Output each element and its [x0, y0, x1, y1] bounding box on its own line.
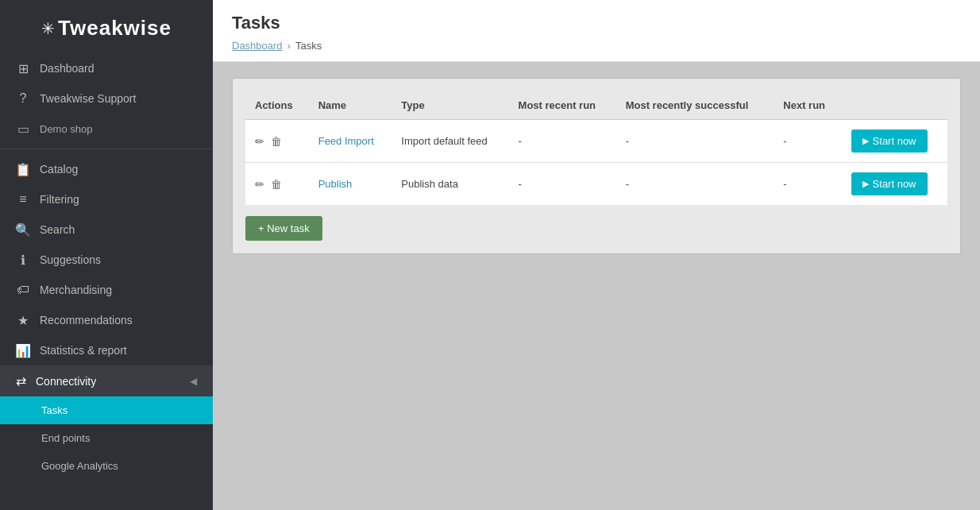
tag-icon: 🏷	[16, 283, 30, 297]
table-row: ✏ 🗑 Feed Import Import default feed - - …	[245, 120, 947, 163]
sidebar-item-search-label: Search	[40, 223, 75, 236]
col-most-recent-run: Most recent run	[509, 91, 616, 120]
start-now-label-1: Start now	[873, 135, 916, 147]
edit-icon[interactable]: ✏	[255, 135, 264, 148]
page-header: Tasks Dashboard › Tasks	[213, 0, 980, 62]
question-icon: ?	[16, 91, 30, 106]
tasks-label: Tasks	[41, 404, 68, 416]
logo-sun-icon: ✳	[41, 19, 55, 38]
col-action-btn	[842, 91, 947, 120]
sidebar-item-dashboard[interactable]: ⊞ Dashboard	[0, 53, 213, 83]
sidebar-item-filtering-label: Filtering	[40, 193, 79, 206]
play-icon: ▶	[862, 136, 869, 146]
row2-next-run: -	[774, 163, 841, 206]
start-now-button-1[interactable]: ▶ Start now	[851, 129, 928, 153]
breadcrumb: Dashboard › Tasks	[232, 40, 961, 52]
sidebar-logo: ✳ Tweakwise	[0, 0, 213, 53]
breadcrumb-current: Tasks	[295, 40, 322, 52]
table-row: ✏ 🗑 Publish Publish data - - -	[245, 163, 947, 206]
main-content: Tasks Dashboard › Tasks Actions Name Typ…	[213, 0, 980, 510]
nav-divider	[0, 149, 213, 149]
row1-next-run: -	[774, 120, 841, 163]
col-type: Type	[392, 91, 508, 120]
breadcrumb-separator: ›	[287, 40, 291, 52]
sidebar-item-suggestions-label: Suggestions	[40, 253, 101, 266]
row1-actions: ✏ 🗑	[245, 120, 309, 163]
publish-link[interactable]: Publish	[318, 178, 353, 190]
share-icon: ⇄	[16, 373, 26, 388]
start-now-label-2: Start now	[873, 178, 916, 190]
connectivity-section: ⇄ Connectivity ◀ Tasks End points Google…	[0, 365, 213, 480]
row2-most-recently-successful: -	[616, 163, 774, 206]
chevron-down-icon: ◀	[190, 376, 197, 387]
row1-type: Import default feed	[392, 120, 508, 163]
sidebar-item-demo-shop[interactable]: ▭ Demo shop	[0, 114, 213, 144]
row2-most-recent-run: -	[509, 163, 616, 206]
row1-most-recently-successful: -	[616, 120, 774, 163]
book-icon: 📋	[16, 162, 30, 176]
edit-icon[interactable]: ✏	[255, 178, 264, 191]
sidebar-item-support[interactable]: ? Tweakwise Support	[0, 83, 213, 114]
col-actions: Actions	[245, 91, 309, 120]
task-table-container: Actions Name Type Most recent run Most r…	[232, 78, 961, 254]
sidebar-item-endpoints[interactable]: End points	[0, 424, 213, 452]
sidebar-item-support-label: Tweakwise Support	[40, 92, 136, 105]
delete-icon[interactable]: 🗑	[271, 178, 282, 191]
col-most-recently-successful: Most recently successful	[616, 91, 774, 120]
sidebar-item-recommendations[interactable]: ★ Recommendations	[0, 305, 213, 335]
bar-chart-icon: 📊	[16, 343, 30, 357]
task-table: Actions Name Type Most recent run Most r…	[245, 91, 947, 205]
row2-action-btn: ▶ Start now	[842, 163, 947, 206]
sidebar-item-filtering[interactable]: ≡ Filtering	[0, 184, 213, 214]
connectivity-label: Connectivity	[36, 375, 96, 388]
sidebar-item-recommendations-label: Recommendations	[40, 314, 133, 326]
row2-type: Publish data	[392, 163, 508, 206]
sidebar-item-suggestions[interactable]: ℹ Suggestions	[0, 245, 213, 275]
sidebar-item-statistics-label: Statistics & report	[40, 344, 127, 357]
sidebar-item-statistics[interactable]: 📊 Statistics & report	[0, 335, 213, 365]
connectivity-submenu: Tasks End points Google Analytics	[0, 396, 213, 480]
delete-icon[interactable]: 🗑	[271, 135, 282, 148]
sidebar-item-google-analytics[interactable]: Google Analytics	[0, 452, 213, 480]
page-title: Tasks	[232, 13, 961, 33]
sidebar-item-dashboard-label: Dashboard	[40, 62, 95, 75]
col-next-run: Next run	[774, 91, 841, 120]
table-body: ✏ 🗑 Feed Import Import default feed - - …	[245, 120, 947, 206]
endpoints-label: End points	[41, 432, 90, 444]
google-analytics-label: Google Analytics	[41, 460, 118, 472]
row1-action-btn: ▶ Start now	[842, 120, 947, 163]
new-task-label: + New task	[258, 222, 310, 234]
sidebar-item-merchandising-label: Merchandising	[40, 284, 112, 296]
feed-import-link[interactable]: Feed Import	[318, 135, 374, 147]
sidebar-item-search[interactable]: 🔍 Search	[0, 214, 213, 245]
grid-icon: ⊞	[16, 61, 30, 75]
col-name: Name	[309, 91, 392, 120]
sidebar-item-tasks[interactable]: Tasks	[0, 396, 213, 424]
play-icon: ▶	[862, 179, 869, 189]
search-icon: 🔍	[16, 222, 30, 237]
filter-icon: ≡	[16, 192, 30, 207]
sidebar-item-catalog-label: Catalog	[40, 163, 78, 176]
row1-most-recent-run: -	[509, 120, 616, 163]
row2-name: Publish	[309, 163, 392, 206]
new-task-button[interactable]: + New task	[245, 216, 322, 241]
sidebar: ✳ Tweakwise ⊞ Dashboard ? Tweakwise Supp…	[0, 0, 213, 510]
star-icon: ★	[16, 313, 30, 327]
row2-actions: ✏ 🗑	[245, 163, 309, 206]
sidebar-item-merchandising[interactable]: 🏷 Merchandising	[0, 275, 213, 305]
sidebar-item-catalog[interactable]: 📋 Catalog	[0, 154, 213, 184]
logo-text: Tweakwise	[58, 16, 172, 41]
breadcrumb-home-link[interactable]: Dashboard	[232, 40, 283, 52]
content-area: Actions Name Type Most recent run Most r…	[213, 62, 980, 270]
start-now-button-2[interactable]: ▶ Start now	[851, 172, 928, 195]
info-icon: ℹ	[16, 253, 30, 267]
sidebar-item-demo-shop-label: Demo shop	[40, 123, 92, 135]
sidebar-item-connectivity[interactable]: ⇄ Connectivity ◀	[0, 365, 213, 396]
table-header: Actions Name Type Most recent run Most r…	[245, 91, 947, 120]
row1-name: Feed Import	[309, 120, 392, 163]
monitor-icon: ▭	[16, 122, 30, 136]
